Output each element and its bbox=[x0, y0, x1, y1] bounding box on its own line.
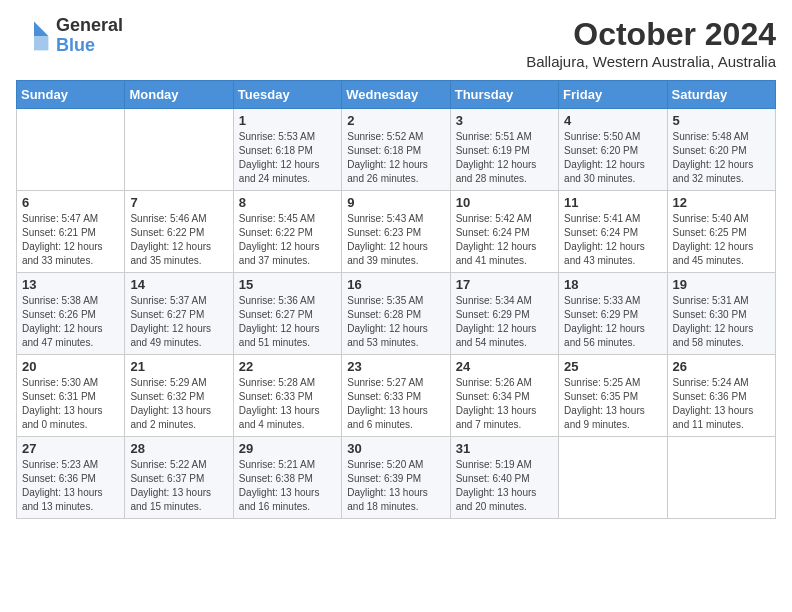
week-row-2: 6Sunrise: 5:47 AM Sunset: 6:21 PM Daylig… bbox=[17, 191, 776, 273]
day-number: 7 bbox=[130, 195, 227, 210]
day-info: Sunrise: 5:23 AM Sunset: 6:36 PM Dayligh… bbox=[22, 458, 119, 514]
day-number: 6 bbox=[22, 195, 119, 210]
day-number: 10 bbox=[456, 195, 553, 210]
day-cell: 31Sunrise: 5:19 AM Sunset: 6:40 PM Dayli… bbox=[450, 437, 558, 519]
day-info: Sunrise: 5:48 AM Sunset: 6:20 PM Dayligh… bbox=[673, 130, 770, 186]
day-info: Sunrise: 5:38 AM Sunset: 6:26 PM Dayligh… bbox=[22, 294, 119, 350]
day-cell: 26Sunrise: 5:24 AM Sunset: 6:36 PM Dayli… bbox=[667, 355, 775, 437]
day-cell: 7Sunrise: 5:46 AM Sunset: 6:22 PM Daylig… bbox=[125, 191, 233, 273]
logo-icon bbox=[16, 18, 52, 54]
day-cell bbox=[559, 437, 667, 519]
day-cell: 21Sunrise: 5:29 AM Sunset: 6:32 PM Dayli… bbox=[125, 355, 233, 437]
day-number: 2 bbox=[347, 113, 444, 128]
day-info: Sunrise: 5:20 AM Sunset: 6:39 PM Dayligh… bbox=[347, 458, 444, 514]
day-cell: 11Sunrise: 5:41 AM Sunset: 6:24 PM Dayli… bbox=[559, 191, 667, 273]
day-cell: 28Sunrise: 5:22 AM Sunset: 6:37 PM Dayli… bbox=[125, 437, 233, 519]
day-cell: 19Sunrise: 5:31 AM Sunset: 6:30 PM Dayli… bbox=[667, 273, 775, 355]
month-title: October 2024 bbox=[526, 16, 776, 53]
day-number: 5 bbox=[673, 113, 770, 128]
day-info: Sunrise: 5:47 AM Sunset: 6:21 PM Dayligh… bbox=[22, 212, 119, 268]
calendar-table: SundayMondayTuesdayWednesdayThursdayFrid… bbox=[16, 80, 776, 519]
day-number: 21 bbox=[130, 359, 227, 374]
day-number: 15 bbox=[239, 277, 336, 292]
day-info: Sunrise: 5:22 AM Sunset: 6:37 PM Dayligh… bbox=[130, 458, 227, 514]
day-info: Sunrise: 5:24 AM Sunset: 6:36 PM Dayligh… bbox=[673, 376, 770, 432]
day-cell: 20Sunrise: 5:30 AM Sunset: 6:31 PM Dayli… bbox=[17, 355, 125, 437]
day-cell: 8Sunrise: 5:45 AM Sunset: 6:22 PM Daylig… bbox=[233, 191, 341, 273]
day-number: 3 bbox=[456, 113, 553, 128]
day-info: Sunrise: 5:43 AM Sunset: 6:23 PM Dayligh… bbox=[347, 212, 444, 268]
day-number: 19 bbox=[673, 277, 770, 292]
day-info: Sunrise: 5:52 AM Sunset: 6:18 PM Dayligh… bbox=[347, 130, 444, 186]
page-header: General Blue October 2024 Ballajura, Wes… bbox=[16, 16, 776, 70]
day-info: Sunrise: 5:25 AM Sunset: 6:35 PM Dayligh… bbox=[564, 376, 661, 432]
day-info: Sunrise: 5:37 AM Sunset: 6:27 PM Dayligh… bbox=[130, 294, 227, 350]
day-info: Sunrise: 5:21 AM Sunset: 6:38 PM Dayligh… bbox=[239, 458, 336, 514]
day-number: 27 bbox=[22, 441, 119, 456]
day-cell: 6Sunrise: 5:47 AM Sunset: 6:21 PM Daylig… bbox=[17, 191, 125, 273]
day-cell: 22Sunrise: 5:28 AM Sunset: 6:33 PM Dayli… bbox=[233, 355, 341, 437]
svg-marker-2 bbox=[34, 36, 48, 50]
day-info: Sunrise: 5:31 AM Sunset: 6:30 PM Dayligh… bbox=[673, 294, 770, 350]
day-info: Sunrise: 5:50 AM Sunset: 6:20 PM Dayligh… bbox=[564, 130, 661, 186]
day-cell: 27Sunrise: 5:23 AM Sunset: 6:36 PM Dayli… bbox=[17, 437, 125, 519]
day-number: 11 bbox=[564, 195, 661, 210]
day-info: Sunrise: 5:46 AM Sunset: 6:22 PM Dayligh… bbox=[130, 212, 227, 268]
calendar-body: 1Sunrise: 5:53 AM Sunset: 6:18 PM Daylig… bbox=[17, 109, 776, 519]
day-info: Sunrise: 5:27 AM Sunset: 6:33 PM Dayligh… bbox=[347, 376, 444, 432]
day-number: 4 bbox=[564, 113, 661, 128]
day-cell bbox=[17, 109, 125, 191]
day-cell: 13Sunrise: 5:38 AM Sunset: 6:26 PM Dayli… bbox=[17, 273, 125, 355]
day-number: 30 bbox=[347, 441, 444, 456]
day-cell: 23Sunrise: 5:27 AM Sunset: 6:33 PM Dayli… bbox=[342, 355, 450, 437]
day-header-saturday: Saturday bbox=[667, 81, 775, 109]
day-cell: 4Sunrise: 5:50 AM Sunset: 6:20 PM Daylig… bbox=[559, 109, 667, 191]
day-cell: 12Sunrise: 5:40 AM Sunset: 6:25 PM Dayli… bbox=[667, 191, 775, 273]
day-info: Sunrise: 5:45 AM Sunset: 6:22 PM Dayligh… bbox=[239, 212, 336, 268]
day-cell: 10Sunrise: 5:42 AM Sunset: 6:24 PM Dayli… bbox=[450, 191, 558, 273]
day-number: 17 bbox=[456, 277, 553, 292]
day-info: Sunrise: 5:35 AM Sunset: 6:28 PM Dayligh… bbox=[347, 294, 444, 350]
day-number: 25 bbox=[564, 359, 661, 374]
day-number: 24 bbox=[456, 359, 553, 374]
calendar-header-row: SundayMondayTuesdayWednesdayThursdayFrid… bbox=[17, 81, 776, 109]
day-info: Sunrise: 5:36 AM Sunset: 6:27 PM Dayligh… bbox=[239, 294, 336, 350]
day-info: Sunrise: 5:51 AM Sunset: 6:19 PM Dayligh… bbox=[456, 130, 553, 186]
day-number: 16 bbox=[347, 277, 444, 292]
day-header-friday: Friday bbox=[559, 81, 667, 109]
logo: General Blue bbox=[16, 16, 123, 56]
day-header-monday: Monday bbox=[125, 81, 233, 109]
day-cell: 24Sunrise: 5:26 AM Sunset: 6:34 PM Dayli… bbox=[450, 355, 558, 437]
day-number: 12 bbox=[673, 195, 770, 210]
day-number: 8 bbox=[239, 195, 336, 210]
day-number: 26 bbox=[673, 359, 770, 374]
day-info: Sunrise: 5:42 AM Sunset: 6:24 PM Dayligh… bbox=[456, 212, 553, 268]
day-number: 22 bbox=[239, 359, 336, 374]
week-row-3: 13Sunrise: 5:38 AM Sunset: 6:26 PM Dayli… bbox=[17, 273, 776, 355]
day-cell: 30Sunrise: 5:20 AM Sunset: 6:39 PM Dayli… bbox=[342, 437, 450, 519]
day-number: 9 bbox=[347, 195, 444, 210]
day-cell: 5Sunrise: 5:48 AM Sunset: 6:20 PM Daylig… bbox=[667, 109, 775, 191]
day-cell: 1Sunrise: 5:53 AM Sunset: 6:18 PM Daylig… bbox=[233, 109, 341, 191]
day-info: Sunrise: 5:30 AM Sunset: 6:31 PM Dayligh… bbox=[22, 376, 119, 432]
day-number: 20 bbox=[22, 359, 119, 374]
day-cell: 18Sunrise: 5:33 AM Sunset: 6:29 PM Dayli… bbox=[559, 273, 667, 355]
week-row-5: 27Sunrise: 5:23 AM Sunset: 6:36 PM Dayli… bbox=[17, 437, 776, 519]
day-number: 23 bbox=[347, 359, 444, 374]
day-cell: 16Sunrise: 5:35 AM Sunset: 6:28 PM Dayli… bbox=[342, 273, 450, 355]
day-cell bbox=[667, 437, 775, 519]
day-header-sunday: Sunday bbox=[17, 81, 125, 109]
day-info: Sunrise: 5:28 AM Sunset: 6:33 PM Dayligh… bbox=[239, 376, 336, 432]
day-info: Sunrise: 5:19 AM Sunset: 6:40 PM Dayligh… bbox=[456, 458, 553, 514]
day-number: 31 bbox=[456, 441, 553, 456]
day-cell: 29Sunrise: 5:21 AM Sunset: 6:38 PM Dayli… bbox=[233, 437, 341, 519]
day-header-wednesday: Wednesday bbox=[342, 81, 450, 109]
day-number: 1 bbox=[239, 113, 336, 128]
week-row-1: 1Sunrise: 5:53 AM Sunset: 6:18 PM Daylig… bbox=[17, 109, 776, 191]
logo-general-text: General bbox=[56, 16, 123, 36]
day-cell: 2Sunrise: 5:52 AM Sunset: 6:18 PM Daylig… bbox=[342, 109, 450, 191]
day-number: 28 bbox=[130, 441, 227, 456]
day-cell: 25Sunrise: 5:25 AM Sunset: 6:35 PM Dayli… bbox=[559, 355, 667, 437]
day-info: Sunrise: 5:40 AM Sunset: 6:25 PM Dayligh… bbox=[673, 212, 770, 268]
location-text: Ballajura, Western Australia, Australia bbox=[526, 53, 776, 70]
